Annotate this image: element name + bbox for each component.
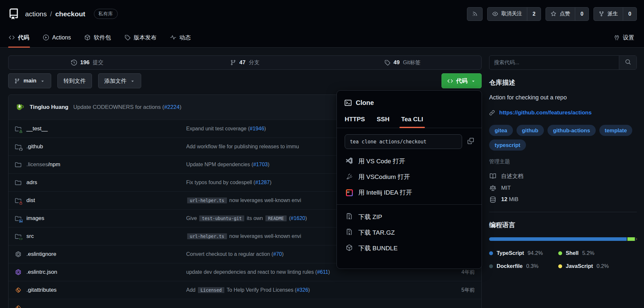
tab-软件包[interactable]: 软件包 (84, 28, 111, 47)
download-list: 下载 ZIP下载 TAR.GZ下载 BUNDLE (343, 209, 475, 256)
language-legend-item[interactable]: JavaScript0.2% (558, 263, 637, 269)
file-name-link[interactable]: .eslintrc.json (26, 269, 57, 275)
branch-selector[interactable]: main (8, 73, 51, 88)
rss-button[interactable] (467, 7, 483, 21)
copy-button[interactable] (468, 138, 475, 145)
stat-label: Git标签 (403, 59, 421, 66)
open-with-item[interactable]: 用 VS Code 打开 (343, 154, 475, 169)
clone-tab-tea-cli[interactable]: Tea CLI (401, 116, 423, 128)
download-item[interactable]: 下载 ZIP (343, 209, 475, 225)
manage-topics-link[interactable]: 管理主题 (489, 158, 510, 165)
issue-link[interactable]: #1946 (250, 126, 264, 131)
file-name-link[interactable]: __test__ (26, 125, 48, 132)
commit-message[interactable]: update dev dependencies and react to new… (186, 269, 439, 275)
table-row[interactable] (8, 299, 481, 308)
issue-link[interactable]: #2224 (164, 104, 179, 110)
file-name-link[interactable]: adrs (26, 179, 37, 186)
open-with-item[interactable]: 用 VSCodium 打开 (343, 169, 475, 185)
repo-description: Action for checking out a repo (489, 94, 637, 101)
unwatch-label: 取消关注 (501, 10, 522, 17)
fork-count[interactable]: 0 (623, 7, 637, 21)
breadcrumb-repo-link[interactable]: checkout (55, 10, 85, 18)
star-count[interactable]: 0 (575, 7, 589, 21)
chevron-down-icon (40, 79, 45, 83)
folder-icon (15, 161, 22, 168)
fork-button[interactable]: 派生 0 (593, 7, 637, 21)
stat-value: 49 (394, 59, 400, 66)
rss-icon (472, 11, 478, 17)
tab-actions[interactable]: Actions (43, 28, 71, 47)
topic-template[interactable]: template (599, 125, 633, 136)
branch-icon (14, 78, 20, 84)
chevron-down-icon (130, 79, 135, 83)
file-name-link[interactable]: src (26, 233, 34, 240)
language-bar-segment (627, 237, 635, 241)
language-legend-item[interactable]: Shell5.2% (558, 250, 637, 256)
issue-link[interactable]: #70 (273, 251, 282, 257)
issue-link[interactable]: #1620 (291, 215, 306, 221)
topic-github-actions[interactable]: github-actions (547, 125, 596, 136)
file-name-link[interactable]: .gitattributes (26, 287, 57, 293)
code-chip: Licensed (198, 287, 224, 293)
commit-message[interactable]: Update CODEOWNERS for actions (#2224) (73, 104, 182, 110)
unwatch-button[interactable]: 取消关注 2 (487, 7, 541, 21)
download-item[interactable]: 下载 BUNDLE (343, 241, 475, 256)
tab-动态[interactable]: 动态 (170, 28, 191, 47)
commit-author-link[interactable]: Tingluo Huang (30, 104, 68, 110)
breadcrumb-owner-link[interactable]: actions (25, 10, 47, 18)
issue-link[interactable]: #611 (317, 269, 328, 275)
code-download-button[interactable]: 代码 (442, 73, 482, 88)
topic-github[interactable]: github (517, 125, 544, 136)
license-row[interactable]: MIT (489, 185, 637, 191)
issue-link[interactable]: #1287 (255, 180, 270, 185)
watch-count[interactable]: 2 (527, 7, 541, 21)
license-label: MIT (501, 185, 511, 191)
beaker-icon (19, 129, 23, 133)
tab-label: 软件包 (94, 34, 111, 41)
language-pct: 5.2% (582, 250, 594, 256)
star-button[interactable]: 点赞 0 (546, 7, 589, 21)
clone-tab-https[interactable]: HTTPS (345, 116, 365, 128)
tab-settings[interactable]: 设置 (614, 28, 634, 47)
file-name-link[interactable]: .licenses/npm (26, 161, 60, 168)
website-link[interactable]: https://github.com/features/actions (499, 110, 592, 116)
stat-提交[interactable]: 196提交 (8, 56, 166, 69)
goto-file-button[interactable]: 转到文件 (57, 73, 92, 88)
language-legend-item[interactable]: Dockerfile0.3% (489, 263, 558, 269)
file-name-link[interactable]: .eslintignore (26, 251, 56, 257)
clone-tab-ssh[interactable]: SSH (377, 116, 389, 128)
file-name-link[interactable]: images (26, 215, 44, 222)
issue-link[interactable]: #1703 (253, 162, 268, 167)
language-bar-segment (637, 237, 637, 241)
table-row[interactable]: .gitattributesAdd Licensed To Help Verif… (8, 281, 481, 299)
code-chip: README (265, 215, 287, 221)
stat-分支[interactable]: 47分支 (166, 56, 323, 69)
repo-book-logo-icon[interactable] (8, 8, 19, 20)
commit-message[interactable]: Add Licensed To Help Verify Prod License… (186, 287, 439, 293)
search-input[interactable] (489, 56, 619, 69)
file-name-link[interactable]: .github (26, 143, 43, 150)
issue-link[interactable]: #326 (296, 287, 308, 293)
download-item[interactable]: 下载 TAR.GZ (343, 225, 475, 241)
readme-row[interactable]: 自述文档 (489, 172, 637, 180)
open-with-item[interactable]: 用 Intellij IDEA 打开 (343, 185, 475, 200)
stat-Git标签[interactable]: 49Git标签 (324, 56, 481, 69)
add-file-button[interactable]: 添加文件 (98, 73, 141, 88)
avatar[interactable] (15, 102, 25, 112)
language-legend-item[interactable]: TypeScript94.2% (489, 250, 558, 256)
tab-版本发布[interactable]: 版本发布 (125, 28, 157, 47)
clone-command-input[interactable]: tea clone actions/checkout (345, 134, 462, 149)
topic-typescript[interactable]: typescript (489, 139, 526, 151)
repo-size-row: 12 MiB (489, 196, 637, 203)
intellij-idea-icon (346, 189, 353, 196)
tab-code[interactable]: 代码 (9, 28, 29, 47)
eslint-gray-icon (15, 251, 22, 257)
file-name-link[interactable]: dist (26, 197, 35, 204)
search-button[interactable] (619, 56, 637, 69)
language-pct: 0.3% (526, 263, 539, 269)
vscodium-icon (346, 173, 352, 181)
topic-gitea[interactable]: gitea (489, 125, 513, 136)
repo-sidebar: 仓库描述 Action for checking out a repo http… (489, 55, 637, 308)
repo-meta: 自述文档 MIT 12 MiB (489, 172, 637, 203)
readme-label: 自述文档 (501, 172, 523, 180)
